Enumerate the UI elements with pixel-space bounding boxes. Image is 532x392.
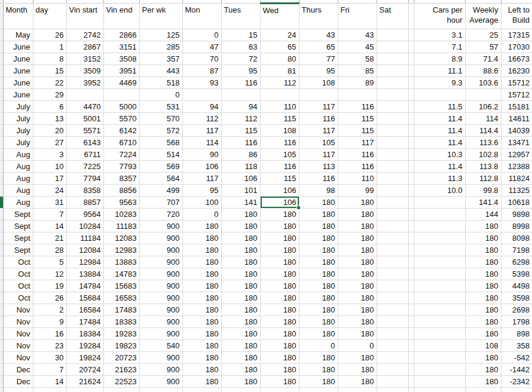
cell-per-wk[interactable]: 900 bbox=[139, 352, 182, 364]
cell-per-wk[interactable]: 564 bbox=[139, 173, 182, 185]
cell-vin-end[interactable]: 3951 bbox=[103, 65, 139, 77]
cell-vin-start[interactable]: 8857 bbox=[66, 197, 103, 209]
cell-left-to-build[interactable]: 12388 bbox=[501, 161, 532, 173]
cell-month[interactable]: Sept bbox=[3, 220, 33, 232]
header-cell-cars-per-hour[interactable]: Cars per hour bbox=[414, 4, 465, 29]
cell-weekly-average[interactable]: 180 bbox=[465, 268, 501, 280]
cell-vin-end[interactable] bbox=[103, 388, 139, 392]
cell-mon[interactable]: 70 bbox=[182, 53, 221, 65]
cell-cars-per-hour[interactable] bbox=[414, 292, 465, 304]
cell-left-to-build[interactable]: 2698 bbox=[501, 304, 532, 316]
cell-wed[interactable]: 180 bbox=[260, 209, 299, 220]
cell-left-to-build[interactable]: 12957 bbox=[501, 149, 532, 161]
cell-mon[interactable]: 114 bbox=[182, 137, 221, 149]
cell-wed[interactable]: 180 bbox=[260, 364, 299, 376]
cell-cars-per-hour[interactable] bbox=[414, 197, 465, 209]
cell-fri[interactable]: 115 bbox=[338, 125, 377, 137]
cell-tues[interactable] bbox=[221, 89, 260, 101]
cell-left-to-build[interactable]: 7198 bbox=[501, 244, 532, 256]
cell-sat[interactable] bbox=[377, 65, 408, 77]
cell-vin-start[interactable]: 20724 bbox=[66, 364, 103, 376]
cell-mon[interactable]: 180 bbox=[182, 232, 221, 244]
cell-left-to-build[interactable]: 15712 bbox=[501, 77, 532, 89]
cell-spacer[interactable] bbox=[408, 113, 414, 125]
cell-fri[interactable]: 117 bbox=[338, 137, 377, 149]
cell-weekly-average[interactable]: 180 bbox=[465, 280, 501, 292]
cell-month[interactable]: July bbox=[3, 137, 33, 149]
cell-fri[interactable]: 180 bbox=[338, 232, 377, 244]
cell-spacer[interactable] bbox=[408, 268, 414, 280]
cell-left-to-build[interactable]: 17315 bbox=[501, 29, 532, 41]
cell-tues[interactable]: 180 bbox=[221, 292, 260, 304]
cell-vin-start[interactable]: 18384 bbox=[66, 328, 103, 340]
cell-spacer[interactable] bbox=[408, 185, 414, 197]
cell-fri[interactable]: 116 bbox=[338, 149, 377, 161]
cell-day[interactable]: 30 bbox=[33, 352, 66, 364]
cell-cars-per-hour[interactable] bbox=[414, 316, 465, 328]
cell-vin-end[interactable]: 11183 bbox=[103, 220, 139, 232]
cell-thurs[interactable]: 117 bbox=[299, 101, 338, 113]
cell-thurs[interactable]: 43 bbox=[299, 29, 338, 41]
cell-per-wk[interactable]: 900 bbox=[139, 232, 182, 244]
cell-left-to-build[interactable]: 5398 bbox=[501, 268, 532, 280]
cell-day[interactable]: 12 bbox=[33, 268, 66, 280]
cell-cars-per-hour[interactable]: 11.4 bbox=[414, 161, 465, 173]
cell-left-to-build[interactable]: 16673 bbox=[501, 53, 532, 65]
cell-day[interactable]: 28 bbox=[33, 244, 66, 256]
cell-vin-end[interactable]: 5000 bbox=[103, 101, 139, 113]
cell-spacer[interactable] bbox=[408, 340, 414, 352]
cell-left-to-build[interactable]: 898 bbox=[501, 328, 532, 340]
cell-sat[interactable] bbox=[377, 232, 408, 244]
cell-vin-end[interactable]: 6142 bbox=[103, 125, 139, 137]
cell-mon[interactable]: 180 bbox=[182, 220, 221, 232]
cell-cars-per-hour[interactable] bbox=[414, 268, 465, 280]
cell-weekly-average[interactable]: 108 bbox=[465, 340, 501, 352]
cell-vin-end[interactable]: 7793 bbox=[103, 161, 139, 173]
cell-weekly-average[interactable]: 180 bbox=[465, 328, 501, 340]
cell-vin-start[interactable]: 14784 bbox=[66, 280, 103, 292]
cell-day[interactable]: 7 bbox=[33, 209, 66, 220]
cell-mon[interactable]: 180 bbox=[182, 328, 221, 340]
cell-mon[interactable]: 180 bbox=[182, 268, 221, 280]
cell-thurs[interactable]: 108 bbox=[299, 77, 338, 89]
cell-tues[interactable]: 106 bbox=[221, 173, 260, 185]
cell-wed[interactable]: 24 bbox=[260, 29, 299, 41]
cell-day[interactable]: 26 bbox=[33, 29, 66, 41]
cell-cars-per-hour[interactable]: 11.1 bbox=[414, 65, 465, 77]
cell-thurs[interactable]: 180 bbox=[299, 376, 338, 388]
cell-fri[interactable]: 180 bbox=[338, 209, 377, 220]
cell-tues[interactable]: 180 bbox=[221, 376, 260, 388]
cell-cars-per-hour[interactable] bbox=[414, 244, 465, 256]
cell-vin-end[interactable]: 6710 bbox=[103, 137, 139, 149]
cell-mon[interactable]: 95 bbox=[182, 185, 221, 197]
cell-thurs[interactable]: 116 bbox=[299, 113, 338, 125]
cell-weekly-average[interactable]: 113.6 bbox=[465, 137, 501, 149]
cell-cars-per-hour[interactable]: 11.4 bbox=[414, 137, 465, 149]
cell-cars-per-hour[interactable] bbox=[414, 376, 465, 388]
cell-vin-start[interactable]: 3952 bbox=[66, 77, 103, 89]
cell-left-to-build[interactable]: 358 bbox=[501, 340, 532, 352]
cell-sat[interactable] bbox=[377, 125, 408, 137]
cell-month[interactable] bbox=[3, 388, 33, 392]
cell-vin-end[interactable]: 17483 bbox=[103, 304, 139, 316]
cell-sat[interactable] bbox=[377, 53, 408, 65]
cell-weekly-average[interactable]: 103.6 bbox=[465, 77, 501, 89]
cell-cars-per-hour[interactable]: 11.4 bbox=[414, 125, 465, 137]
cell-vin-end[interactable]: 3151 bbox=[103, 41, 139, 53]
cell-thurs[interactable]: 180 bbox=[299, 256, 338, 268]
cell-vin-start[interactable]: 16584 bbox=[66, 304, 103, 316]
cell-fri[interactable]: 99 bbox=[338, 185, 377, 197]
cell-wed[interactable]: 180 bbox=[260, 268, 299, 280]
cell-tues[interactable]: 63 bbox=[221, 41, 260, 53]
cell-day[interactable]: 23 bbox=[33, 340, 66, 352]
cell-sat[interactable] bbox=[377, 149, 408, 161]
cell-spacer[interactable] bbox=[408, 209, 414, 220]
cell-per-wk[interactable]: 540 bbox=[139, 340, 182, 352]
cell-left-to-build[interactable]: 11824 bbox=[501, 173, 532, 185]
cell-tues[interactable]: 118 bbox=[221, 161, 260, 173]
cell-wed[interactable]: 180 bbox=[260, 256, 299, 268]
cell-weekly-average[interactable]: 180 bbox=[465, 364, 501, 376]
cell-cars-per-hour[interactable] bbox=[414, 364, 465, 376]
cell-tues[interactable]: 180 bbox=[221, 340, 260, 352]
header-cell-weekly-average[interactable]: Weekly Average bbox=[465, 4, 501, 29]
